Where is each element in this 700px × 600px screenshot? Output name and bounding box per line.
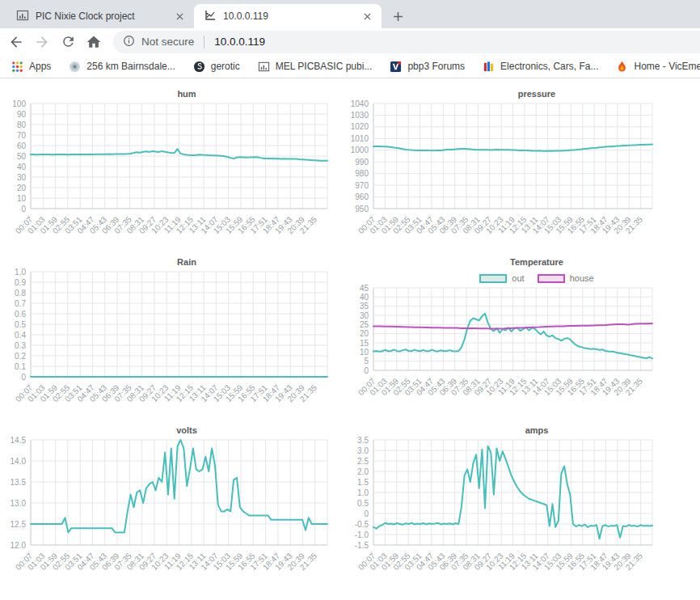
svg-text:-0.5: -0.5 [355, 520, 369, 529]
svg-text:35: 35 [360, 302, 369, 311]
chart-title: Rain [0, 257, 343, 268]
url-text: 10.0.0.119 [214, 36, 265, 48]
svg-text:10: 10 [17, 194, 27, 203]
svg-text:980: 980 [355, 169, 369, 178]
svg-text:100: 100 [12, 99, 26, 108]
temperature-legend: out house [373, 272, 700, 285]
info-icon[interactable] [123, 35, 135, 49]
bookmark-apps[interactable]: Apps [11, 61, 51, 73]
svg-text:3.5: 3.5 [357, 436, 369, 445]
forward-button[interactable] [31, 31, 53, 53]
svg-text:0: 0 [21, 373, 26, 382]
browser-toolbar: Not secure 10.0.0.119 [0, 28, 700, 55]
bookmark-gerotic[interactable]: gerotic [193, 61, 240, 73]
reload-button[interactable] [57, 31, 79, 53]
svg-text:0.8: 0.8 [15, 289, 26, 298]
close-icon[interactable] [173, 10, 186, 23]
bookmark-mel-picbasic[interactable]: MEL PICBASIC pubi... [258, 61, 373, 73]
svg-text:1020: 1020 [351, 122, 369, 131]
svg-text:50: 50 [17, 152, 27, 161]
svg-text:90: 90 [17, 110, 27, 119]
home-button[interactable] [82, 31, 105, 53]
svg-text:13.0: 13.0 [11, 499, 27, 508]
svg-text:0.7: 0.7 [15, 299, 26, 308]
svg-text:-1.5: -1.5 [355, 541, 369, 550]
svg-text:1.0: 1.0 [357, 488, 369, 497]
chart-pressure: pressure 9509609709809901000101010201030… [343, 89, 700, 249]
close-icon[interactable] [361, 10, 373, 23]
svg-text:12.5: 12.5 [11, 520, 27, 529]
svg-text:60: 60 [17, 142, 27, 150]
svg-text:40: 40 [17, 163, 27, 171]
svg-text:14.0: 14.0 [11, 457, 27, 466]
svg-text:30: 30 [17, 173, 27, 182]
svg-text:70: 70 [17, 131, 27, 140]
security-label: Not secure [141, 36, 194, 48]
v-logo-icon [390, 61, 402, 73]
svg-text:0.1: 0.1 [15, 362, 26, 371]
svg-text:0.6: 0.6 [15, 310, 26, 319]
tab-pic-nixie-clock[interactable]: PIC Nixie Clock project [6, 4, 194, 28]
svg-text:13.5: 13.5 [11, 478, 27, 487]
chart-title: amps [343, 425, 700, 437]
house-series-swatch [538, 274, 565, 283]
bookmark-electronics-cars[interactable]: Electronics, Cars, Fa... [483, 61, 598, 73]
new-tab-button[interactable] [386, 5, 409, 27]
svg-text:2.0: 2.0 [357, 467, 369, 476]
apps-grid-icon [11, 61, 23, 73]
browser-window: PIC Nixie Clock project 10.0.0.119 [0, 0, 700, 78]
svg-text:3.0: 3.0 [357, 446, 369, 455]
svg-text:20: 20 [17, 184, 27, 192]
svg-text:960: 960 [355, 192, 369, 201]
svg-text:0: 0 [364, 366, 369, 375]
svg-text:30: 30 [360, 311, 369, 320]
svg-text:5: 5 [364, 357, 369, 365]
svg-text:25: 25 [360, 320, 369, 329]
svg-text:14.5: 14.5 [11, 436, 27, 445]
chart-temperature: Temperature out house 051015202530354045… [343, 257, 700, 417]
svg-text:990: 990 [355, 158, 369, 167]
charts-page: hum 010203040506070809010000:0701:0301:5… [0, 78, 700, 585]
dark-globe-icon [193, 61, 205, 73]
svg-text:15: 15 [360, 339, 369, 348]
chart-volts: volts 12.012.513.013.514.014.500:0701:03… [0, 425, 343, 585]
flame-icon [616, 61, 628, 73]
chart-title: hum [0, 89, 343, 100]
amps-plot: -1.5-1.0-0.500.51.01.52.02.53.03.500:070… [343, 440, 660, 585]
bar-chart-favicon-icon [16, 9, 29, 24]
svg-text:0.4: 0.4 [15, 331, 26, 340]
temperature-plot: 05101520253035404500:0701:0301:5902:5503… [343, 288, 660, 411]
svg-text:1040: 1040 [351, 99, 369, 108]
back-button[interactable] [5, 31, 27, 53]
svg-text:12.0: 12.0 [11, 541, 27, 550]
bookmark-vicemergency[interactable]: Home - VicEmerge... [616, 61, 700, 73]
svg-text:950: 950 [355, 205, 369, 213]
svg-text:0.3: 0.3 [15, 341, 26, 350]
bookmark-bairnsdale[interactable]: 256 km Bairnsdale... [69, 61, 175, 73]
volts-plot: 12.012.513.013.514.014.500:0701:0301:590… [0, 440, 335, 585]
svg-text:0.9: 0.9 [15, 278, 26, 287]
svg-text:-1.0: -1.0 [355, 530, 369, 539]
svg-text:0: 0 [364, 509, 369, 518]
legend-item-out: out [479, 273, 524, 284]
tab-title: 10.0.0.119 [223, 11, 354, 22]
svg-text:1.0: 1.0 [15, 268, 26, 277]
line-chart-favicon-icon [204, 9, 217, 24]
chart-title: pressure [343, 89, 700, 100]
svg-text:0.5: 0.5 [357, 499, 369, 508]
svg-text:40: 40 [360, 293, 369, 302]
tab-title: PIC Nixie Clock project [36, 11, 167, 22]
legend-item-house: house [538, 273, 594, 284]
bookmark-pbp3-forums[interactable]: pbp3 Forums [390, 61, 465, 73]
svg-text:0.2: 0.2 [15, 352, 26, 361]
tab-current[interactable]: 10.0.0.119 [194, 4, 382, 28]
out-series-swatch [479, 274, 507, 283]
address-bar[interactable]: Not secure 10.0.0.119 [113, 31, 700, 53]
divider [204, 36, 205, 49]
pressure-plot: 9509609709809901000101010201030104000:07… [343, 104, 660, 249]
chart-frame-icon [258, 61, 270, 73]
svg-text:1000: 1000 [351, 146, 369, 154]
svg-text:1.5: 1.5 [357, 478, 369, 487]
svg-text:80: 80 [17, 120, 27, 129]
rain-plot: 00.10.20.30.40.50.60.70.80.91.000:0701:0… [0, 272, 335, 417]
